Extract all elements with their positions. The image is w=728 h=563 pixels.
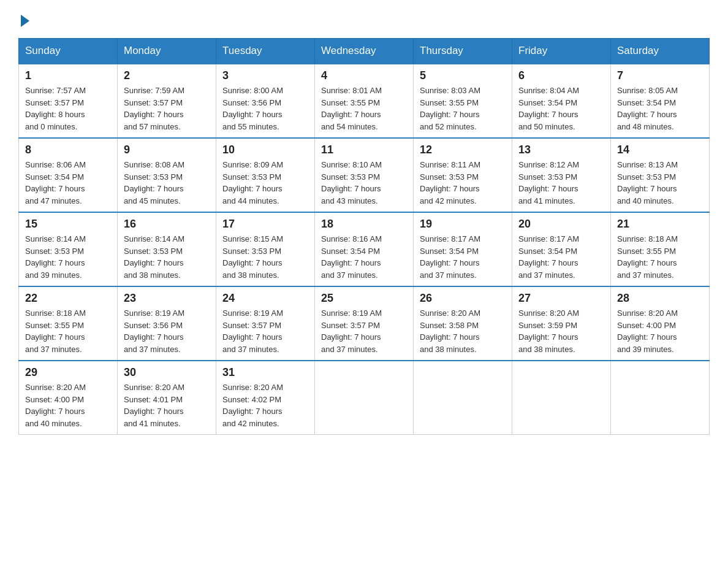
day-info: Sunrise: 8:17 AMSunset: 3:54 PMDaylight:… (420, 233, 506, 281)
calendar-header-row: SundayMondayTuesdayWednesdayThursdayFrid… (19, 39, 710, 64)
day-info: Sunrise: 7:57 AMSunset: 3:57 PMDaylight:… (25, 85, 111, 132)
day-number: 27 (518, 292, 604, 305)
calendar-cell: 10 Sunrise: 8:09 AMSunset: 3:53 PMDaylig… (216, 138, 315, 212)
calendar-cell: 21 Sunrise: 8:18 AMSunset: 3:55 PMDaylig… (611, 212, 710, 286)
calendar-cell: 22 Sunrise: 8:18 AMSunset: 3:55 PMDaylig… (19, 286, 118, 361)
day-number: 29 (25, 366, 111, 379)
calendar-cell: 12 Sunrise: 8:11 AMSunset: 3:53 PMDaylig… (414, 138, 512, 212)
calendar-cell: 5 Sunrise: 8:03 AMSunset: 3:55 PMDayligh… (414, 64, 512, 138)
calendar-cell: 7 Sunrise: 8:05 AMSunset: 3:54 PMDayligh… (611, 64, 710, 138)
day-number: 12 (420, 144, 506, 156)
calendar-header-saturday: Saturday (611, 39, 710, 64)
day-info: Sunrise: 8:20 AMSunset: 4:01 PMDaylight:… (124, 381, 210, 429)
calendar-cell: 31 Sunrise: 8:20 AMSunset: 4:02 PMDaylig… (216, 361, 315, 435)
day-info: Sunrise: 8:09 AMSunset: 3:53 PMDaylight:… (222, 159, 308, 207)
calendar-header-sunday: Sunday (19, 39, 118, 64)
calendar-cell: 26 Sunrise: 8:20 AMSunset: 3:58 PMDaylig… (414, 286, 512, 361)
day-number: 30 (124, 366, 210, 379)
calendar-week-row: 22 Sunrise: 8:18 AMSunset: 3:55 PMDaylig… (19, 286, 710, 361)
day-info: Sunrise: 8:18 AMSunset: 3:55 PMDaylight:… (25, 307, 111, 355)
day-info: Sunrise: 8:20 AMSunset: 3:58 PMDaylight:… (420, 307, 506, 355)
day-number: 3 (222, 69, 308, 82)
calendar-cell (512, 361, 611, 435)
calendar-cell: 29 Sunrise: 8:20 AMSunset: 4:00 PMDaylig… (19, 361, 118, 435)
day-number: 23 (124, 292, 210, 305)
day-info: Sunrise: 8:20 AMSunset: 4:02 PMDaylight:… (222, 381, 308, 429)
day-number: 14 (617, 144, 703, 156)
day-number: 2 (124, 69, 210, 82)
calendar-cell: 25 Sunrise: 8:19 AMSunset: 3:57 PMDaylig… (315, 286, 414, 361)
calendar-cell: 2 Sunrise: 7:59 AMSunset: 3:57 PMDayligh… (118, 64, 216, 138)
day-number: 22 (25, 292, 111, 305)
day-number: 28 (617, 292, 703, 305)
calendar-cell: 4 Sunrise: 8:01 AMSunset: 3:55 PMDayligh… (315, 64, 414, 138)
day-number: 4 (321, 69, 407, 82)
calendar-cell (315, 361, 414, 435)
calendar-cell: 24 Sunrise: 8:19 AMSunset: 3:57 PMDaylig… (216, 286, 315, 361)
day-info: Sunrise: 8:01 AMSunset: 3:55 PMDaylight:… (321, 85, 407, 132)
day-info: Sunrise: 8:11 AMSunset: 3:53 PMDaylight:… (420, 159, 506, 207)
calendar-cell: 14 Sunrise: 8:13 AMSunset: 3:53 PMDaylig… (611, 138, 710, 212)
day-info: Sunrise: 8:14 AMSunset: 3:53 PMDaylight:… (124, 233, 210, 281)
day-info: Sunrise: 8:19 AMSunset: 3:57 PMDaylight:… (222, 307, 308, 355)
calendar-cell: 23 Sunrise: 8:19 AMSunset: 3:56 PMDaylig… (118, 286, 216, 361)
day-number: 17 (222, 218, 308, 231)
day-number: 19 (420, 218, 506, 231)
day-number: 15 (25, 218, 111, 231)
day-info: Sunrise: 8:19 AMSunset: 3:56 PMDaylight:… (124, 307, 210, 355)
day-number: 26 (420, 292, 506, 305)
calendar-header-thursday: Thursday (414, 39, 512, 64)
day-number: 16 (124, 218, 210, 231)
page-header (18, 12, 710, 27)
day-info: Sunrise: 8:04 AMSunset: 3:54 PMDaylight:… (518, 85, 604, 132)
day-info: Sunrise: 8:20 AMSunset: 3:59 PMDaylight:… (518, 307, 604, 355)
day-info: Sunrise: 8:16 AMSunset: 3:54 PMDaylight:… (321, 233, 407, 281)
day-info: Sunrise: 8:19 AMSunset: 3:57 PMDaylight:… (321, 307, 407, 355)
day-number: 21 (617, 218, 703, 231)
day-number: 8 (25, 144, 111, 156)
day-number: 1 (25, 69, 111, 82)
day-info: Sunrise: 8:00 AMSunset: 3:56 PMDaylight:… (222, 85, 308, 132)
calendar-cell: 15 Sunrise: 8:14 AMSunset: 3:53 PMDaylig… (19, 212, 118, 286)
day-number: 20 (518, 218, 604, 231)
calendar-cell: 9 Sunrise: 8:08 AMSunset: 3:53 PMDayligh… (118, 138, 216, 212)
calendar-header-monday: Monday (118, 39, 216, 64)
calendar-cell: 30 Sunrise: 8:20 AMSunset: 4:01 PMDaylig… (118, 361, 216, 435)
day-info: Sunrise: 8:13 AMSunset: 3:53 PMDaylight:… (617, 159, 703, 207)
calendar-cell: 28 Sunrise: 8:20 AMSunset: 4:00 PMDaylig… (611, 286, 710, 361)
calendar-week-row: 8 Sunrise: 8:06 AMSunset: 3:54 PMDayligh… (19, 138, 710, 212)
calendar-cell: 17 Sunrise: 8:15 AMSunset: 3:53 PMDaylig… (216, 212, 315, 286)
day-info: Sunrise: 7:59 AMSunset: 3:57 PMDaylight:… (124, 85, 210, 132)
calendar-header-tuesday: Tuesday (216, 39, 315, 64)
day-number: 25 (321, 292, 407, 305)
calendar-week-row: 29 Sunrise: 8:20 AMSunset: 4:00 PMDaylig… (19, 361, 710, 435)
day-info: Sunrise: 8:17 AMSunset: 3:54 PMDaylight:… (518, 233, 604, 281)
day-number: 10 (222, 144, 308, 156)
calendar-cell (414, 361, 512, 435)
day-number: 9 (124, 144, 210, 156)
day-number: 18 (321, 218, 407, 231)
calendar-cell: 20 Sunrise: 8:17 AMSunset: 3:54 PMDaylig… (512, 212, 611, 286)
day-number: 6 (518, 69, 604, 82)
calendar-week-row: 15 Sunrise: 8:14 AMSunset: 3:53 PMDaylig… (19, 212, 710, 286)
day-info: Sunrise: 8:15 AMSunset: 3:53 PMDaylight:… (222, 233, 308, 281)
calendar-cell: 11 Sunrise: 8:10 AMSunset: 3:53 PMDaylig… (315, 138, 414, 212)
day-info: Sunrise: 8:14 AMSunset: 3:53 PMDaylight:… (25, 233, 111, 281)
calendar-cell: 18 Sunrise: 8:16 AMSunset: 3:54 PMDaylig… (315, 212, 414, 286)
calendar-header-wednesday: Wednesday (315, 39, 414, 64)
calendar-week-row: 1 Sunrise: 7:57 AMSunset: 3:57 PMDayligh… (19, 64, 710, 138)
calendar-header-friday: Friday (512, 39, 611, 64)
day-number: 24 (222, 292, 308, 305)
calendar-cell: 3 Sunrise: 8:00 AMSunset: 3:56 PMDayligh… (216, 64, 315, 138)
logo (18, 12, 29, 27)
day-info: Sunrise: 8:20 AMSunset: 4:00 PMDaylight:… (25, 381, 111, 429)
calendar-cell: 27 Sunrise: 8:20 AMSunset: 3:59 PMDaylig… (512, 286, 611, 361)
day-info: Sunrise: 8:05 AMSunset: 3:54 PMDaylight:… (617, 85, 703, 132)
day-number: 31 (222, 366, 308, 379)
calendar-cell (611, 361, 710, 435)
day-number: 5 (420, 69, 506, 82)
logo-arrow-icon (21, 15, 29, 27)
day-info: Sunrise: 8:06 AMSunset: 3:54 PMDaylight:… (25, 159, 111, 207)
calendar-cell: 19 Sunrise: 8:17 AMSunset: 3:54 PMDaylig… (414, 212, 512, 286)
calendar-cell: 1 Sunrise: 7:57 AMSunset: 3:57 PMDayligh… (19, 64, 118, 138)
